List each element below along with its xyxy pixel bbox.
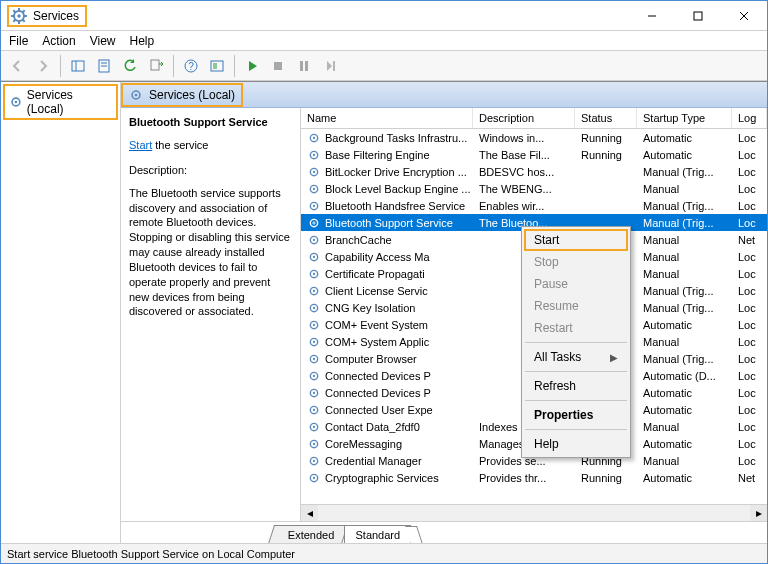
service-name: Bluetooth Handsfree Service <box>325 200 465 212</box>
service-row[interactable]: Background Tasks Infrastru...Windows in.… <box>301 129 767 146</box>
svg-point-59 <box>313 357 315 359</box>
service-logon: Loc <box>738 200 756 212</box>
content-header: Services (Local) <box>121 82 767 108</box>
service-row[interactable]: Bluetooth Handsfree ServiceEnables wir..… <box>301 197 767 214</box>
service-name: COM+ System Applic <box>325 336 429 348</box>
close-button[interactable] <box>721 1 767 31</box>
stop-service-button[interactable] <box>266 54 290 78</box>
service-startup: Manual (Trig... <box>643 285 714 297</box>
service-logon: Loc <box>738 353 756 365</box>
service-startup: Automatic <box>643 387 692 399</box>
service-name: Certificate Propagati <box>325 268 425 280</box>
service-name: Contact Data_2fdf0 <box>325 421 420 433</box>
services-icon <box>11 8 27 24</box>
svg-line-6 <box>13 10 15 12</box>
service-description: The Base Fil... <box>479 149 550 161</box>
service-row[interactable]: Block Level Backup Engine ...The WBENG..… <box>301 180 767 197</box>
service-startup: Automatic <box>643 472 692 484</box>
context-restart[interactable]: Restart <box>524 317 628 339</box>
tree-root-services-local[interactable]: Services (Local) <box>3 84 118 120</box>
service-row[interactable]: BitLocker Drive Encryption ...BDESVC hos… <box>301 163 767 180</box>
window-controls <box>629 1 767 31</box>
scroll-right-button[interactable]: ▸ <box>750 505 767 522</box>
menu-action[interactable]: Action <box>42 34 75 48</box>
toolbar-item[interactable] <box>205 54 229 78</box>
service-row[interactable]: Base Filtering EngineThe Base Fil...Runn… <box>301 146 767 163</box>
pause-service-button[interactable] <box>292 54 316 78</box>
description-label: Description: <box>129 163 292 178</box>
service-status: Running <box>581 132 622 144</box>
context-stop[interactable]: Stop <box>524 251 628 273</box>
service-logon: Loc <box>738 132 756 144</box>
col-status[interactable]: Status <box>575 108 637 128</box>
service-logon: Loc <box>738 421 756 433</box>
start-suffix: the service <box>152 139 208 151</box>
service-logon: Loc <box>738 166 756 178</box>
svg-rect-26 <box>305 61 308 71</box>
help-button[interactable]: ? <box>179 54 203 78</box>
svg-point-43 <box>313 221 315 223</box>
statusbar: Start service Bluetooth Support Service … <box>1 543 767 563</box>
svg-point-69 <box>313 442 315 444</box>
tab-strip: Extended Standard <box>121 521 767 543</box>
context-resume[interactable]: Resume <box>524 295 628 317</box>
export-button[interactable] <box>144 54 168 78</box>
body: Services (Local) Services (Local) Blueto… <box>1 81 767 543</box>
service-row[interactable]: Cryptographic ServicesProvides thr...Run… <box>301 469 767 486</box>
forward-button[interactable] <box>31 54 55 78</box>
svg-point-35 <box>313 153 315 155</box>
context-help[interactable]: Help <box>524 433 628 455</box>
svg-point-31 <box>135 93 138 96</box>
context-properties[interactable]: Properties <box>524 404 628 426</box>
svg-line-9 <box>13 19 15 21</box>
window-title: Services <box>33 9 79 23</box>
menu-help[interactable]: Help <box>130 34 155 48</box>
service-startup: Manual (Trig... <box>643 217 714 229</box>
maximize-button[interactable] <box>675 1 721 31</box>
refresh-button[interactable] <box>118 54 142 78</box>
service-logon: Net <box>738 472 755 484</box>
menu-view[interactable]: View <box>90 34 116 48</box>
service-logon: Loc <box>738 302 756 314</box>
svg-point-39 <box>313 187 315 189</box>
svg-point-51 <box>313 289 315 291</box>
service-startup: Manual <box>643 455 679 467</box>
back-button[interactable] <box>5 54 29 78</box>
toolbar: ? <box>1 51 767 81</box>
service-description: The WBENG... <box>479 183 552 195</box>
restart-service-button[interactable] <box>318 54 342 78</box>
svg-rect-23 <box>213 63 217 69</box>
context-pause[interactable]: Pause <box>524 273 628 295</box>
properties-button[interactable] <box>92 54 116 78</box>
show-hide-tree-button[interactable] <box>66 54 90 78</box>
service-startup: Manual <box>643 336 679 348</box>
svg-point-33 <box>313 136 315 138</box>
service-startup: Manual <box>643 251 679 263</box>
col-startup-type[interactable]: Startup Type <box>637 108 732 128</box>
context-start[interactable]: Start <box>524 229 628 251</box>
minimize-button[interactable] <box>629 1 675 31</box>
service-startup: Automatic <box>643 404 692 416</box>
start-service-button[interactable] <box>240 54 264 78</box>
context-all-tasks[interactable]: All Tasks▶ <box>524 346 628 368</box>
tab-extended[interactable]: Extended <box>268 525 349 543</box>
services-window: Services File Action View Help ? <box>0 0 768 564</box>
col-description[interactable]: Description <box>473 108 575 128</box>
horizontal-scrollbar[interactable]: ◂ ▸ <box>301 504 767 521</box>
service-logon: Loc <box>738 268 756 280</box>
service-startup: Manual <box>643 183 679 195</box>
svg-point-45 <box>313 238 315 240</box>
context-refresh[interactable]: Refresh <box>524 375 628 397</box>
service-logon: Loc <box>738 438 756 450</box>
start-link[interactable]: Start <box>129 139 152 151</box>
scroll-left-button[interactable]: ◂ <box>301 505 318 522</box>
tab-standard[interactable]: Standard <box>344 525 411 543</box>
col-name[interactable]: Name <box>301 108 473 128</box>
service-name: Computer Browser <box>325 353 417 365</box>
svg-point-53 <box>313 306 315 308</box>
service-description: BDESVC hos... <box>479 166 554 178</box>
service-name: CoreMessaging <box>325 438 402 450</box>
col-log-on-as[interactable]: Log <box>732 108 767 128</box>
svg-point-61 <box>313 374 315 376</box>
menu-file[interactable]: File <box>9 34 28 48</box>
